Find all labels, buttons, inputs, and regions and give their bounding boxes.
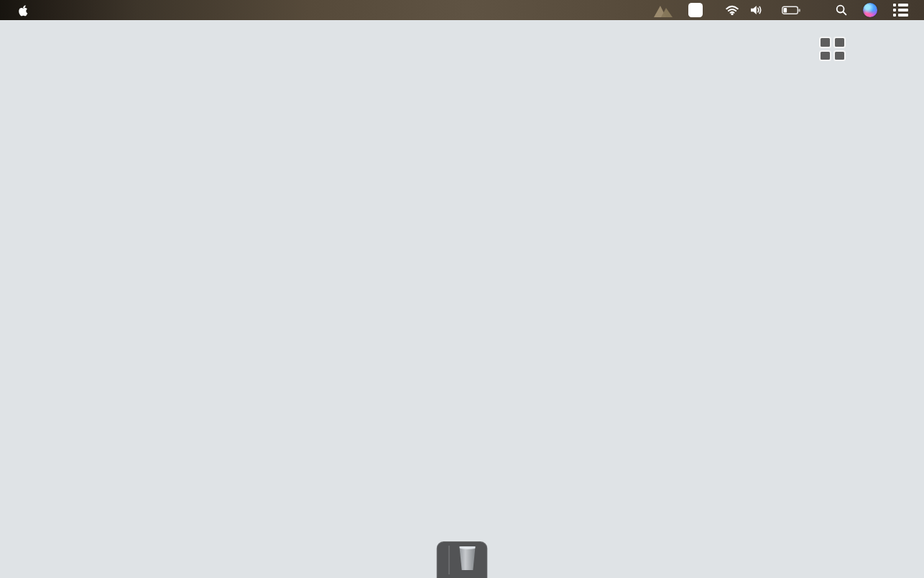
apple-menu[interactable] bbox=[15, 0, 31, 20]
battery-icon bbox=[782, 6, 801, 15]
volume-icon bbox=[750, 5, 763, 15]
siri-menu[interactable] bbox=[857, 0, 883, 20]
winter-wallpaper bbox=[0, 0, 924, 578]
spotlight-menu[interactable] bbox=[830, 0, 853, 20]
search-icon bbox=[836, 4, 847, 16]
wifi-menu[interactable] bbox=[720, 0, 744, 20]
wifi-icon bbox=[726, 5, 739, 15]
menu-bar-status bbox=[647, 0, 924, 20]
volume-menu[interactable] bbox=[744, 0, 769, 20]
dock bbox=[437, 541, 488, 578]
battery-menu[interactable] bbox=[780, 0, 807, 20]
list-icon bbox=[893, 4, 908, 17]
input-source-badge bbox=[688, 3, 703, 17]
menu-bar-left bbox=[0, 0, 52, 20]
dock-icon-trash[interactable] bbox=[456, 546, 479, 570]
desktop bbox=[0, 0, 924, 578]
menu-app-name[interactable] bbox=[37, 0, 52, 20]
dock-divider bbox=[449, 546, 450, 574]
notification-center-menu[interactable] bbox=[887, 0, 914, 20]
mountain-menu-icon[interactable] bbox=[647, 0, 680, 20]
siri-icon bbox=[863, 3, 877, 17]
grid-widget-icon[interactable] bbox=[819, 37, 846, 61]
menu-bar-clock[interactable] bbox=[811, 0, 823, 20]
apple-icon bbox=[18, 4, 28, 17]
battery-percent-label[interactable] bbox=[769, 0, 780, 20]
keyboard-layout-menu[interactable] bbox=[708, 0, 720, 20]
trash-icon bbox=[458, 546, 477, 570]
mountain-icon bbox=[652, 4, 674, 17]
menu-bar bbox=[0, 0, 924, 20]
input-source-menu[interactable] bbox=[683, 0, 708, 20]
